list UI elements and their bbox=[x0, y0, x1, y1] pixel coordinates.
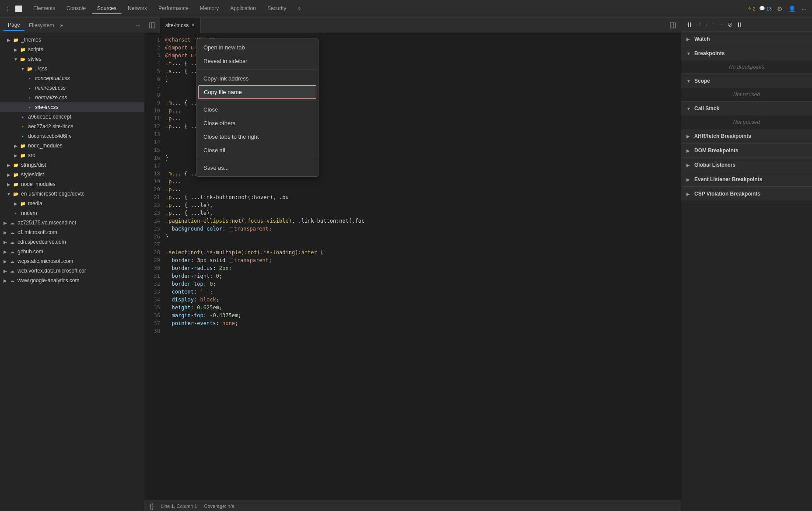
sidebar: Page Filesystem » ··· ▶ 📁 _themes ▶ 📁 sc… bbox=[0, 18, 144, 511]
line-num-9: 9 bbox=[144, 100, 165, 106]
tree-item-az725[interactable]: ▶ ☁ az725175.vo.msecnd.net bbox=[0, 218, 144, 228]
tab-security[interactable]: Security bbox=[262, 4, 291, 14]
sidebar-options-icon[interactable]: ··· bbox=[136, 22, 140, 28]
ctx-reveal-sidebar[interactable]: Reveal in sidebar bbox=[196, 54, 318, 68]
code-line-30: 30 border-radius: 2px; bbox=[144, 265, 681, 273]
tree-item-src[interactable]: ▶ 📁 src bbox=[0, 150, 144, 160]
editor-tab-site-ltr[interactable]: site-ltr.css ✕ bbox=[160, 18, 201, 33]
tree-item-github[interactable]: ▶ ☁ github.com bbox=[0, 247, 144, 256]
tab-memory[interactable]: Memory bbox=[195, 4, 224, 14]
step-icon[interactable]: → bbox=[718, 21, 724, 28]
ctx-copy-link[interactable]: Copy link address bbox=[196, 72, 318, 85]
warning-badge[interactable]: ⚠ 2 bbox=[747, 6, 756, 11]
tree-item-scripts[interactable]: ▶ 📁 scripts bbox=[0, 45, 144, 54]
section-header-scope[interactable]: ▼ Scope bbox=[681, 74, 812, 88]
panel-section-event: ▶ Event Listener Breakpoints bbox=[681, 172, 812, 187]
ctx-close[interactable]: Close bbox=[196, 103, 318, 116]
tree-item-conceptual[interactable]: ▪ conceptual.css bbox=[0, 74, 144, 83]
line-num-26: 26 bbox=[144, 234, 165, 240]
sidebar-tab-filesystem[interactable]: Filesystem bbox=[24, 21, 58, 30]
tree-item-strings-dist[interactable]: ▶ 📁 strings/dist bbox=[0, 160, 144, 170]
folder-icon-en-us: 📂 bbox=[12, 190, 19, 197]
tree-item-site-ltr[interactable]: ▪ site-ltr.css bbox=[0, 102, 144, 112]
ctx-open-new-tab[interactable]: Open in new tab bbox=[196, 41, 318, 54]
cursor-icon[interactable]: ⊹ bbox=[4, 4, 12, 13]
tree-item-minireset[interactable]: ▪ minireset.css bbox=[0, 83, 144, 93]
section-header-watch[interactable]: ▶ Watch bbox=[681, 32, 812, 46]
tree-item-docons[interactable]: ▪ docons.ccbc4d6f.v bbox=[0, 131, 144, 141]
ctx-copy-filename[interactable]: Copy file name bbox=[198, 85, 316, 99]
tree-item-styles-dist[interactable]: ▶ 📁 styles/dist bbox=[0, 170, 144, 179]
sidebar-more-icon[interactable]: » bbox=[60, 22, 63, 28]
step-over-icon[interactable]: ↺ bbox=[696, 21, 701, 28]
tab-more[interactable]: » bbox=[292, 4, 306, 14]
deactivate-breakpoints-icon[interactable]: ⊘ bbox=[728, 21, 733, 28]
tab-sources[interactable]: Sources bbox=[92, 4, 122, 14]
tree-item-styles[interactable]: ▼ 📂 styles bbox=[0, 54, 144, 64]
tab-network[interactable]: Network bbox=[122, 4, 152, 14]
tree-item-webvortex[interactable]: ▶ ☁ web.vortex.data.microsoft.cor bbox=[0, 266, 144, 276]
section-header-csp[interactable]: ▶ CSP Violation Breakpoints bbox=[681, 187, 812, 201]
tree-item-media[interactable]: ▶ 📁 media bbox=[0, 199, 144, 208]
tree-item-themes[interactable]: ▶ 📁 _themes bbox=[0, 35, 144, 45]
line-num-23: 23 bbox=[144, 210, 165, 216]
tree-item-css-dir[interactable]: ▼ 📂 ..\css bbox=[0, 64, 144, 74]
tree-item-a96[interactable]: ▪ a96de1e1.concept bbox=[0, 112, 144, 122]
step-out-icon[interactable]: ↑ bbox=[711, 21, 714, 28]
ctx-close-right[interactable]: Close tabs to the right bbox=[196, 130, 318, 144]
section-header-global[interactable]: ▶ Global Listeners bbox=[681, 158, 812, 172]
step-into-icon[interactable]: ↓ bbox=[705, 21, 708, 28]
tree-arrow-css-dir: ▼ bbox=[19, 66, 26, 71]
more-icon[interactable]: ··· bbox=[800, 4, 808, 13]
section-header-dom[interactable]: ▶ DOM Breakpoints bbox=[681, 144, 812, 158]
tree-label-en-us: en-us/microsoft-edge/devtc bbox=[21, 191, 84, 197]
code-line-33: 33 content: ' '; bbox=[144, 289, 681, 297]
tree-item-node-modules-1[interactable]: ▶ 📁 node_modules bbox=[0, 141, 144, 150]
profile-icon[interactable]: 👤 bbox=[788, 4, 796, 13]
tree-item-c1microsoft[interactable]: ▶ ☁ c1.microsoft.com bbox=[0, 228, 144, 237]
section-header-xhr[interactable]: ▶ XHR/fetch Breakpoints bbox=[681, 129, 812, 143]
pause-resume-icon[interactable]: ⏸ bbox=[686, 21, 693, 28]
pause-on-exception-icon[interactable]: ⏸ bbox=[736, 21, 742, 28]
tree-item-en-us[interactable]: ▼ 📂 en-us/microsoft-edge/devtc bbox=[0, 189, 144, 199]
panel-left-toggle[interactable] bbox=[144, 18, 160, 33]
folder-icon-themes: 📁 bbox=[12, 36, 19, 43]
tree-item-aec27[interactable]: ▪ aec27a42.site-ltr.cs bbox=[0, 122, 144, 131]
tree-item-normalize[interactable]: ▪ normalize.css bbox=[0, 93, 144, 102]
file-icon-site-ltr: ▪ bbox=[26, 104, 33, 111]
section-header-event[interactable]: ▶ Event Listener Breakpoints bbox=[681, 172, 812, 186]
panel-section-watch: ▶ Watch bbox=[681, 32, 812, 46]
ctx-close-others[interactable]: Close others bbox=[196, 116, 318, 130]
sidebar-tab-page[interactable]: Page bbox=[4, 20, 24, 31]
line-content-21: .p... { ...link-button:not(:hover), .bu bbox=[165, 194, 289, 200]
braces-icon[interactable]: {} bbox=[150, 503, 154, 510]
nav-tabs: Elements Console Sources Network Perform… bbox=[28, 4, 306, 14]
line-content-35: height: 0.625em; bbox=[165, 304, 222, 311]
tree-item-index[interactable]: ▪ (index) bbox=[0, 208, 144, 218]
inspect-icon[interactable]: ⬜ bbox=[14, 4, 23, 13]
ctx-close-all[interactable]: Close all bbox=[196, 144, 318, 157]
tree-item-node-modules-2[interactable]: ▶ 📁 node_modules bbox=[0, 179, 144, 189]
tab-elements[interactable]: Elements bbox=[28, 4, 60, 14]
tree-item-wcpstatic[interactable]: ▶ ☁ wcpstatic.microsoft.com bbox=[0, 256, 144, 266]
line-content-22: .p... { ...le), bbox=[165, 202, 213, 208]
info-badge[interactable]: 💬 13 bbox=[759, 6, 772, 11]
line-content-33: content: ' '; bbox=[165, 289, 213, 295]
tab-performance[interactable]: Performance bbox=[153, 4, 194, 14]
tab-console[interactable]: Console bbox=[61, 4, 91, 14]
ctx-save-as[interactable]: Save as... bbox=[196, 161, 318, 175]
section-header-callstack[interactable]: ▼ Call Stack bbox=[681, 102, 812, 116]
tree-item-speedcurve[interactable]: ▶ ☁ cdn.speedcurve.com bbox=[0, 237, 144, 247]
section-header-breakpoints[interactable]: ▼ Breakpoints bbox=[681, 46, 812, 60]
tree-item-googleanalytics[interactable]: ▶ ☁ www.google-analytics.com bbox=[0, 276, 144, 285]
code-line-28: 28 .select:not(.is-multiple):not(.is-loa… bbox=[144, 249, 681, 257]
tab-close-site-ltr[interactable]: ✕ bbox=[191, 22, 195, 28]
tab-application[interactable]: Application bbox=[225, 4, 261, 14]
settings-icon[interactable]: ⚙ bbox=[775, 4, 784, 13]
panel-section-breakpoints: ▼ Breakpoints No breakpoints bbox=[681, 46, 812, 74]
panel-right-toggle[interactable] bbox=[665, 18, 681, 33]
tree-label-c1microsoft: c1.microsoft.com bbox=[18, 229, 57, 235]
panel-section-callstack: ▼ Call Stack Not paused bbox=[681, 102, 812, 129]
tree-label-github: github.com bbox=[18, 248, 43, 255]
line-content-23: .p... { ...le), bbox=[165, 210, 213, 216]
